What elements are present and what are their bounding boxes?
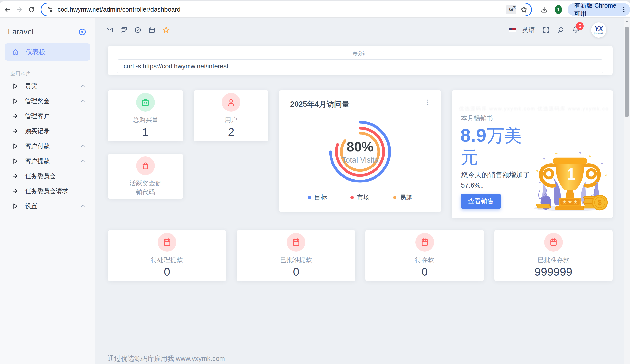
favorite-star-icon[interactable]: [162, 26, 170, 34]
top-header: 英语 5 YX 优选源码库: [95, 18, 624, 42]
shopping-bag-icon: [136, 156, 155, 175]
view-sales-button[interactable]: 查看销售: [461, 194, 501, 209]
stat-card-approved-deposits: 已批准存款 999999: [494, 230, 612, 281]
chevron-up-icon: [80, 158, 86, 164]
legend-dot: [308, 196, 311, 199]
chrome-update-label: 有新版 Chrome 可用: [574, 1, 617, 18]
chat-icon[interactable]: [120, 26, 128, 34]
avatar-logo: YX: [594, 25, 603, 32]
play-icon: [12, 98, 18, 104]
browser-reload-button[interactable]: [27, 4, 36, 15]
stat-card-pending-withdrawals: 待处理提款 0: [108, 230, 226, 281]
main-content: 英语 5 YX 优选源码库 每分钟 总购买量 1: [95, 18, 630, 364]
radial-bar-chart: 80% Total Visits: [311, 103, 409, 201]
svg-text:★ ★ ★: ★ ★ ★: [562, 199, 578, 205]
sidebar-item-customer-payments[interactable]: 客户付款: [0, 138, 95, 153]
url-input[interactable]: [58, 6, 506, 13]
best-seller-label: 本月畅销书: [461, 114, 493, 122]
svg-text:1: 1: [567, 165, 576, 183]
sidebar-item-customer-withdrawals[interactable]: 客户提款: [0, 153, 95, 168]
sidebar-item-task-board-requests[interactable]: 任务委员会请求: [0, 183, 95, 198]
cron-label: 每分钟: [108, 50, 612, 57]
chart-legend: 目标 市场 易趣: [279, 193, 441, 202]
sidebar-item-manage-customers[interactable]: 管理客户: [0, 108, 95, 123]
brand-title: Laravel: [8, 27, 34, 36]
scrollbar-thumb[interactable]: [624, 26, 629, 117]
stat-card-pending-deposits: 待存款 0: [366, 230, 484, 281]
downloads-icon[interactable]: [540, 6, 548, 13]
play-icon: [12, 143, 18, 149]
chevron-up-icon: [80, 143, 86, 149]
arrow-right-icon: [12, 113, 18, 119]
trophy-illustration: ★ ★ ★ 1: [529, 148, 610, 214]
arrow-right-icon: [12, 188, 18, 194]
avatar-caption: 优选源码库: [594, 32, 604, 35]
address-bar[interactable]: G: [40, 3, 532, 16]
legend-item-ebay: 易趣: [393, 193, 412, 202]
stat-card-approved-withdrawals: 已批准提款 0: [237, 230, 355, 281]
legend-dot: [350, 196, 354, 199]
chevron-up-icon: [80, 98, 86, 104]
sidebar-section-label: 应用程序: [10, 70, 95, 77]
arrow-right-icon: [12, 128, 18, 134]
chevron-up-icon: [80, 83, 86, 89]
fullscreen-icon[interactable]: [542, 26, 550, 34]
sidebar-item-label: 仪表板: [26, 47, 46, 56]
best-seller-card: 优选源码库 www.yxymk.com 优选源码库 www.yxymk.com …: [452, 90, 613, 218]
language-label[interactable]: 英语: [522, 26, 535, 34]
arrow-right-icon: [12, 173, 18, 179]
notification-count-badge: 5: [576, 22, 584, 30]
calendar-note-icon: [158, 233, 176, 252]
sidebar-item-vip[interactable]: 贵宾: [0, 78, 95, 93]
sales-amount: 8.9万美元: [460, 125, 532, 168]
calendar-note-icon: [287, 233, 306, 252]
us-flag-icon[interactable]: [509, 27, 516, 32]
search-icon[interactable]: [557, 26, 564, 34]
browser-menu-icon[interactable]: [621, 6, 627, 13]
sidebar-toggle-icon[interactable]: [78, 28, 86, 36]
sidebar-item-task-board[interactable]: 任务委员会: [0, 168, 95, 183]
browser-profile-badge[interactable]: 1: [555, 5, 562, 14]
browser-back-button[interactable]: [3, 4, 12, 15]
watermark-text: 优选源码库 www.yxymk.com 优选源码库 www.yxymk.com …: [459, 105, 609, 112]
chrome-update-pill[interactable]: 有新版 Chrome 可用: [568, 3, 630, 16]
dashboard-page: Laravel 仪表板 应用程序 贵宾 管理奖金 管理客户 购买记录 客: [0, 18, 630, 364]
stat-card-users: 用户 2: [194, 90, 268, 141]
browser-forward-button[interactable]: [15, 4, 24, 15]
calendar-icon[interactable]: [148, 26, 156, 34]
footer-credit: 通过优选源码库雇用我 www.yxymk.com: [108, 354, 225, 363]
sidebar-item-settings[interactable]: 设置: [0, 198, 95, 214]
scroll-up-arrow-icon[interactable]: [624, 19, 629, 24]
home-icon: [12, 48, 19, 55]
page-scrollbar[interactable]: [624, 18, 630, 364]
play-icon: [12, 83, 18, 89]
mail-icon[interactable]: [106, 26, 114, 34]
play-icon: [12, 203, 18, 209]
cron-card: 每分钟: [108, 46, 612, 75]
sidebar: Laravel 仪表板 应用程序 贵宾 管理奖金 管理客户 购买记录 客: [0, 18, 95, 364]
cron-command-input[interactable]: [117, 59, 603, 73]
bookmark-star-icon[interactable]: [520, 6, 528, 13]
legend-item-target: 目标: [308, 193, 327, 202]
svg-text:$: $: [598, 199, 602, 206]
stat-card-active-bonus-codes: 活跃奖金促销代码: [108, 154, 183, 199]
briefcase-icon: [136, 93, 155, 112]
site-info-icon[interactable]: [46, 6, 54, 13]
translate-icon[interactable]: G: [506, 5, 516, 14]
user-avatar[interactable]: YX 优选源码库: [591, 22, 606, 38]
chevron-up-icon: [80, 203, 86, 209]
reload-icon: [28, 6, 35, 13]
legend-item-market: 市场: [350, 193, 370, 202]
check-circle-icon[interactable]: [134, 26, 142, 34]
forward-arrow-icon: [16, 6, 23, 13]
card-menu-icon[interactable]: [424, 99, 432, 105]
notifications-button[interactable]: 5: [572, 25, 580, 34]
visits-chart-card: 2025年4月访问量 80% Total Visits 目标 市场 易趣: [279, 90, 441, 212]
sidebar-item-purchase-records[interactable]: 购买记录: [0, 123, 95, 138]
sidebar-item-dashboard[interactable]: 仪表板: [5, 43, 90, 60]
legend-dot: [393, 196, 396, 199]
sidebar-item-manage-bonus[interactable]: 管理奖金: [0, 93, 95, 108]
user-icon: [222, 93, 240, 112]
back-arrow-icon: [4, 6, 11, 13]
calendar-note-icon: [544, 233, 563, 252]
